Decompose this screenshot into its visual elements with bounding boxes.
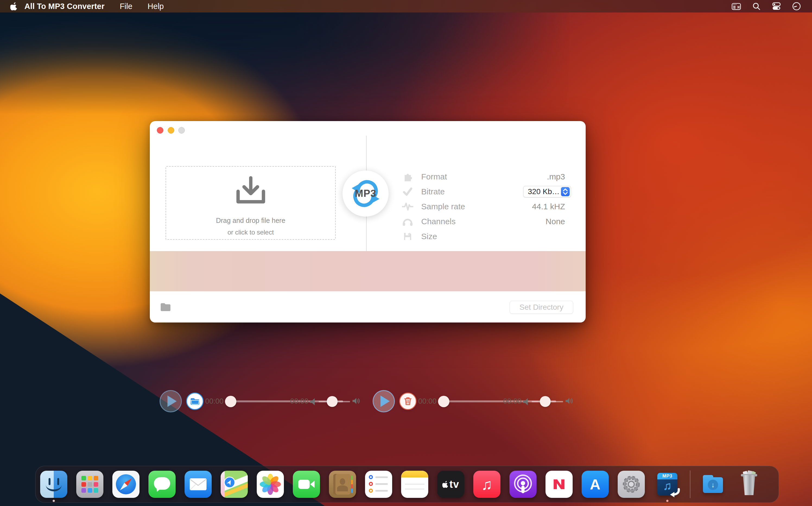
converter-window: Drag and drop file here or click to sele… — [150, 121, 585, 323]
podcasts-icon — [510, 471, 537, 498]
menu-item-help[interactable]: Help — [148, 2, 164, 11]
dock-item-finder[interactable] — [40, 471, 67, 498]
dock-item-facetime[interactable] — [293, 471, 320, 498]
mp3-convert-badge: MP3 — [343, 170, 389, 217]
waveform-icon — [402, 201, 414, 212]
output-folder-icon — [160, 302, 172, 313]
finder-icon — [40, 471, 67, 498]
dock-item-mp3-converter[interactable]: MP3 ♫ — [654, 471, 681, 498]
music-note-icon: ♫ — [481, 476, 492, 493]
menu-app-name[interactable]: All To MP3 Converter — [24, 2, 104, 11]
menu-bar-right: ⌘ — [732, 2, 812, 11]
dock-item-photos[interactable] — [257, 471, 284, 498]
convert-arrow-icon — [669, 488, 681, 497]
volume-low-icon — [522, 398, 529, 407]
dock-item-downloads[interactable]: ↓ — [699, 471, 726, 498]
stepper-icon[interactable] — [561, 187, 570, 196]
dock-item-trash[interactable] — [735, 471, 762, 498]
zoom-button-disabled[interactable] — [178, 127, 185, 134]
svg-text:⌘: ⌘ — [737, 6, 740, 9]
dock-item-mail[interactable] — [185, 471, 212, 498]
system-settings-icon — [618, 471, 645, 498]
setting-value: None — [545, 217, 571, 226]
dock-item-launchpad[interactable] — [76, 471, 103, 498]
dock-item-podcasts[interactable] — [510, 471, 537, 498]
dock-item-music[interactable]: ♫ — [473, 471, 501, 498]
headphones-icon — [402, 216, 414, 227]
source-elapsed-time: 00:00 — [205, 397, 224, 406]
source-volume-thumb[interactable] — [327, 396, 338, 407]
setting-row-bitrate: Bitrate 320 Kb… — [402, 184, 571, 199]
source-seek-thumb[interactable] — [225, 396, 237, 407]
dock-item-maps[interactable] — [220, 471, 248, 498]
control-center-icon[interactable] — [772, 2, 781, 11]
dropzone-line2: or click to select — [166, 229, 335, 236]
dock-item-messages[interactable] — [149, 471, 176, 498]
running-indicator — [666, 500, 668, 502]
play-source-button[interactable] — [160, 390, 182, 412]
downloads-folder-icon: ↓ — [699, 471, 726, 498]
contact-shoulders — [337, 485, 348, 491]
dock-item-apple-tv[interactable]: tv — [437, 471, 464, 498]
mp3-banner: MP3 — [657, 473, 678, 480]
player-bar: 00:00 00:00 — [150, 251, 585, 291]
dock-item-notes[interactable] — [401, 471, 428, 498]
dropzone-line1: Drag and drop file here — [166, 217, 335, 225]
music-icon: ♫ — [473, 471, 501, 498]
setting-row-channels: Channels None — [402, 214, 571, 229]
menu-item-file[interactable]: File — [120, 2, 132, 11]
menu-bar: All To MP3 Converter File Help ⌘ — [0, 0, 812, 12]
file-dropzone[interactable]: Drag and drop file here or click to sele… — [166, 166, 336, 240]
setting-label: Channels — [421, 217, 456, 226]
play-icon — [380, 396, 390, 407]
mp3-converter-icon: MP3 ♫ — [654, 471, 681, 498]
download-circle: ↓ — [708, 480, 718, 490]
window-command-icon[interactable]: ⌘ — [732, 2, 741, 11]
set-directory-button[interactable]: Set Directory — [510, 301, 573, 314]
dock-separator — [690, 471, 691, 498]
dock-item-contacts[interactable] — [329, 471, 356, 498]
folder-icon — [190, 397, 200, 406]
bitrate-dropdown[interactable]: 320 Kb… — [523, 186, 571, 197]
setting-label: Bitrate — [421, 187, 445, 196]
dock-item-news[interactable] — [545, 471, 573, 498]
apple-tv-label: tv — [449, 479, 459, 490]
mp3-badge-label: MP3 — [355, 188, 376, 199]
navigation-arrow-icon — [224, 477, 235, 488]
dock-item-safari[interactable] — [112, 471, 140, 498]
trash-full-icon — [735, 471, 762, 498]
play-result-button[interactable] — [373, 390, 395, 412]
minimize-button[interactable] — [168, 127, 174, 134]
podcasts-head — [521, 481, 525, 485]
close-button[interactable] — [157, 127, 163, 134]
spotlight-search-icon[interactable] — [752, 2, 761, 11]
delete-file-button[interactable] — [399, 393, 417, 410]
safari-compass — [116, 474, 136, 494]
result-volume-thumb[interactable] — [540, 396, 551, 407]
contact-head — [340, 478, 345, 485]
facetime-icon — [293, 471, 320, 498]
menu-bar-left: All To MP3 Converter File Help — [0, 2, 164, 11]
mail-icon — [185, 471, 212, 498]
result-seek-thumb[interactable] — [438, 396, 449, 407]
play-icon — [167, 396, 177, 407]
puzzle-icon — [402, 172, 414, 182]
bitrate-value: 320 Kb… — [528, 187, 560, 196]
dock-item-reminders[interactable] — [365, 471, 392, 498]
output-settings: Format .mp3 Bitrate 320 Kb… — [402, 169, 571, 244]
trash-icon — [403, 396, 413, 406]
setting-row-format: Format .mp3 — [402, 169, 571, 184]
camera-body — [298, 480, 310, 489]
safari-icon — [112, 471, 140, 498]
dock-item-system-settings[interactable] — [618, 471, 645, 498]
open-file-button[interactable] — [186, 393, 203, 410]
dock-item-app-store[interactable]: A — [581, 471, 609, 498]
apple-logo-icon — [442, 481, 448, 488]
apple-menu-icon[interactable] — [10, 2, 17, 10]
wallpaper-top-shade — [0, 0, 570, 114]
volume-high-icon — [565, 397, 573, 406]
clock-icon[interactable] — [792, 2, 801, 11]
messages-icon — [149, 471, 176, 498]
podcasts-body — [521, 486, 525, 493]
envelope — [190, 478, 206, 490]
